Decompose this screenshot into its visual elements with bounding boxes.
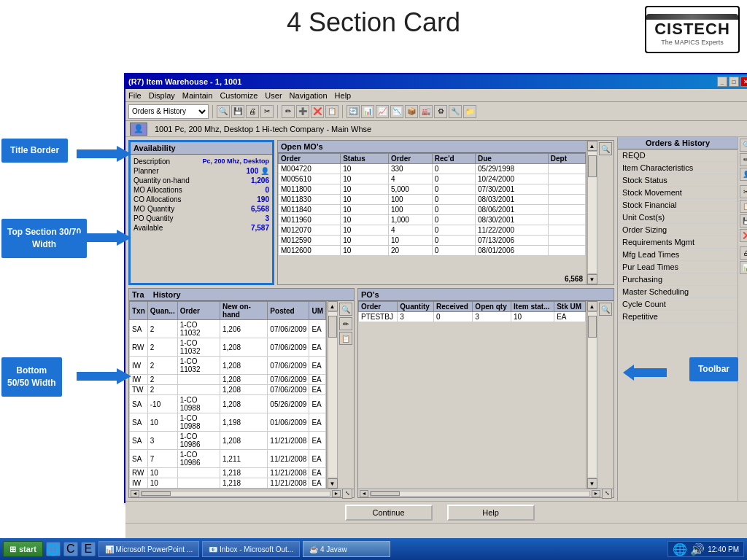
toolbar-icon-4[interactable]: ✂ — [260, 105, 274, 118]
taskbar-ie-icon[interactable]: 🌐 — [46, 542, 61, 556]
open-mo-scrollbar[interactable]: ▲ ▼ — [586, 141, 597, 284]
table-row[interactable]: SA31-CO 109861,20811/21/2008EA — [130, 432, 326, 450]
panel-item-requirements[interactable]: Requirements Mgmt — [618, 236, 738, 249]
po-scroll-track[interactable] — [587, 311, 597, 478]
taskbar-javaw[interactable]: ☕ 4 Javaw — [303, 541, 390, 557]
po-hscrollbar[interactable]: ◄ ► ⤡ — [358, 489, 614, 497]
table-row[interactable]: M005610104010/24/2000 — [279, 174, 586, 184]
menu-customize[interactable]: Customize — [220, 91, 258, 100]
toolbar-icon-6[interactable]: ➕ — [296, 105, 309, 118]
rst-icon-4[interactable]: ✂ — [740, 185, 747, 198]
po-table-wrap[interactable]: Order Quantity Received Open qty Item st… — [358, 301, 586, 489]
po-scroll-down[interactable]: ▼ — [587, 478, 597, 489]
trans-hscroll-left[interactable]: ◄ — [131, 490, 139, 497]
po-hscroll-right[interactable]: ► — [592, 490, 600, 497]
menu-file[interactable]: File — [128, 91, 142, 100]
toolbar-icon-5[interactable]: ✏ — [282, 105, 295, 118]
rst-icon-5[interactable]: 📋 — [740, 200, 747, 213]
trans-hscroll-icon[interactable]: ⤡ — [342, 489, 352, 499]
panel-item-mfg-lead[interactable]: Mfg Lead Times — [618, 249, 738, 261]
toolbar-icon-11[interactable]: 📈 — [376, 105, 389, 118]
table-row[interactable]: M01184010100008/06/2001 — [279, 205, 586, 215]
menu-maintain[interactable]: Maintain — [182, 91, 213, 100]
toolbar-icon-8[interactable]: 📋 — [325, 105, 338, 118]
table-row[interactable]: IW21-CO 110321,20807/06/2009EA — [130, 357, 326, 375]
table-row[interactable]: SA-101-CO 109881,20805/26/2009EA — [130, 395, 326, 413]
table-row[interactable]: M01183010100008/03/2001 — [279, 195, 586, 205]
trans-scrollbar[interactable]: ▲ ▼ — [326, 301, 338, 489]
table-row[interactable]: M011960101,000008/30/2001 — [279, 215, 586, 225]
menu-user[interactable]: User — [265, 91, 282, 100]
po-vscrollbar[interactable]: ▲ ▼ — [586, 301, 597, 489]
table-row[interactable]: PTESTBJ30310EA — [359, 312, 586, 322]
table-row[interactable]: SA71-CO 109861,21111/21/2008EA — [130, 450, 326, 468]
panel-item-stock-status[interactable]: Stock Status — [618, 174, 738, 187]
toolbar-icon-15[interactable]: ⚙ — [434, 105, 447, 118]
po-hscroll-left[interactable]: ◄ — [360, 490, 368, 497]
po-hscroll-track[interactable] — [370, 491, 590, 497]
trans-hscroll-right[interactable]: ► — [332, 490, 341, 497]
close-button[interactable]: ✕ — [740, 77, 747, 87]
table-row[interactable]: SA101-CO 109881,19801/06/2009EA — [130, 413, 326, 432]
taskbar-outlook[interactable]: 📧 Inbox - Microsoft Out... — [202, 541, 300, 557]
taskbar-icon-3[interactable]: E — [81, 542, 96, 556]
search-icon[interactable]: 🔍 — [599, 142, 612, 155]
toolbar-icon-10[interactable]: 📊 — [361, 105, 374, 118]
trans-hscroll-track[interactable] — [141, 491, 330, 497]
trans-icon-3[interactable]: 📋 — [339, 332, 352, 345]
view-selector[interactable]: Orders & History — [128, 104, 209, 119]
table-row[interactable]: M012070104011/22/2000 — [279, 225, 586, 236]
panel-item-stock-financial[interactable]: Stock Financial — [618, 199, 738, 211]
menu-navigation[interactable]: Navigation — [290, 91, 328, 100]
scroll-down-btn[interactable]: ▼ — [587, 274, 597, 284]
panel-item-characteristics[interactable]: Item Characteristics — [618, 162, 738, 174]
continue-button[interactable]: Continue — [345, 505, 433, 521]
trans-search-icon[interactable]: 🔍 — [339, 303, 352, 316]
panel-item-repetitive[interactable]: Repetitive — [618, 311, 738, 323]
trans-hscrollbar[interactable]: ◄ ► ⤡ — [129, 489, 354, 497]
panel-item-order-sizing[interactable]: Order Sizing — [618, 224, 738, 236]
table-row[interactable]: M00472010330005/29/1998 — [279, 164, 586, 174]
rst-icon-7[interactable]: ❌ — [740, 229, 747, 242]
toolbar-icon-12[interactable]: 📉 — [390, 105, 403, 118]
panel-item-pur-lead[interactable]: Pur Lead Times — [618, 261, 738, 273]
menu-display[interactable]: Display — [149, 91, 175, 100]
table-row[interactable]: M0126001020008/01/2006 — [279, 246, 586, 256]
panel-item-stock-movement[interactable]: Stock Movement — [618, 187, 738, 199]
toolbar-icon-3[interactable]: 🖨 — [246, 105, 259, 118]
table-row[interactable]: RW21-CO 110321,20807/06/2009EA — [130, 338, 326, 357]
toolbar-icon-14[interactable]: 🏭 — [419, 105, 433, 118]
toolbar-icon-7[interactable]: ❌ — [311, 105, 324, 118]
menu-help[interactable]: Help — [335, 91, 352, 100]
rst-icon-8[interactable]: 🖨 — [740, 246, 747, 260]
trans-icon-2[interactable]: ✏ — [339, 317, 352, 330]
table-row[interactable]: IW101,21811/21/2008EA — [130, 478, 326, 489]
trans-scroll-down[interactable]: ▼ — [328, 478, 338, 489]
panel-item-purchasing[interactable]: Purchasing — [618, 273, 738, 286]
table-row[interactable]: TW21,20807/06/2009EA — [130, 385, 326, 395]
taskbar-powerpoint[interactable]: 📊 Microsoft PowerPoint ... — [98, 541, 199, 557]
rst-icon-1[interactable]: 🔍 — [740, 139, 747, 152]
toolbar-icon-2[interactable]: 💾 — [231, 105, 244, 118]
panel-item-reqd[interactable]: REQD — [618, 149, 738, 162]
toolbar-icon-1[interactable]: 🔍 — [217, 105, 230, 118]
scroll-track[interactable] — [587, 151, 597, 274]
panel-item-master-scheduling[interactable]: Master Scheduling — [618, 286, 738, 298]
rst-icon-2[interactable]: ✏ — [740, 153, 747, 166]
toolbar-icon-16[interactable]: 🔧 — [449, 105, 462, 118]
table-row[interactable]: M0125901010007/13/2006 — [279, 236, 586, 246]
po-hscroll-icon[interactable]: ⤡ — [602, 489, 612, 499]
po-search-icon[interactable]: 🔍 — [599, 303, 612, 316]
table-row[interactable]: IW21,20807/06/2009EA — [130, 375, 326, 385]
table-row[interactable]: SA21-CO 110321,20607/06/2009EA — [130, 320, 326, 338]
maximize-button[interactable]: □ — [729, 77, 739, 87]
toolbar-icon-13[interactable]: 📦 — [405, 105, 418, 118]
po-scroll-up[interactable]: ▲ — [587, 301, 597, 311]
toolbar-icon-9[interactable]: 🔄 — [347, 105, 360, 118]
scroll-up-btn[interactable]: ▲ — [587, 141, 597, 151]
trans-table-wrap[interactable]: Txn Quan... Order New on-hand Posted UM — [129, 301, 326, 489]
table-row[interactable]: RW101,21811/21/2008EA — [130, 468, 326, 478]
rst-icon-3[interactable]: 👤 — [740, 168, 747, 181]
trans-scroll-track[interactable] — [328, 311, 338, 478]
toolbar-icon-17[interactable]: 📁 — [463, 105, 476, 118]
